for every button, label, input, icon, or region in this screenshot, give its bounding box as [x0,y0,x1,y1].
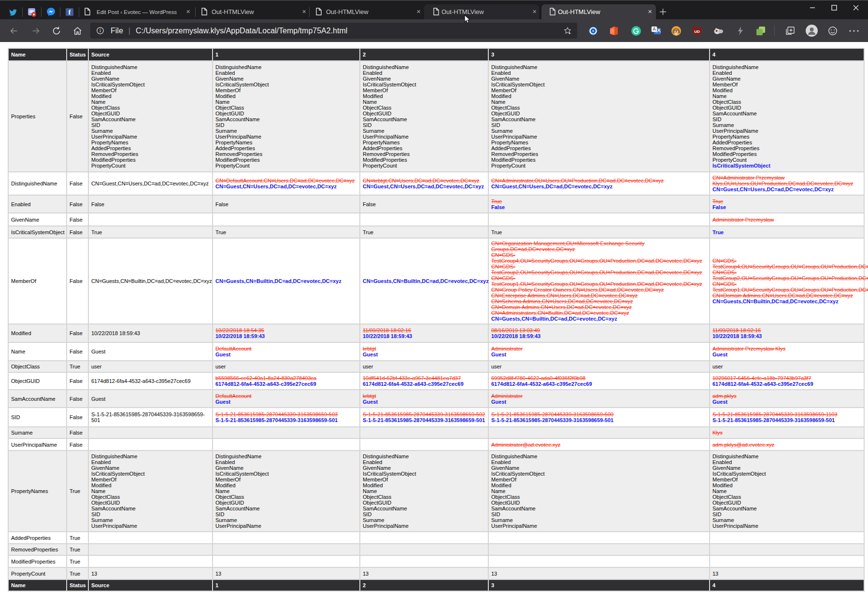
svg-text:UD: UD [694,29,700,34]
